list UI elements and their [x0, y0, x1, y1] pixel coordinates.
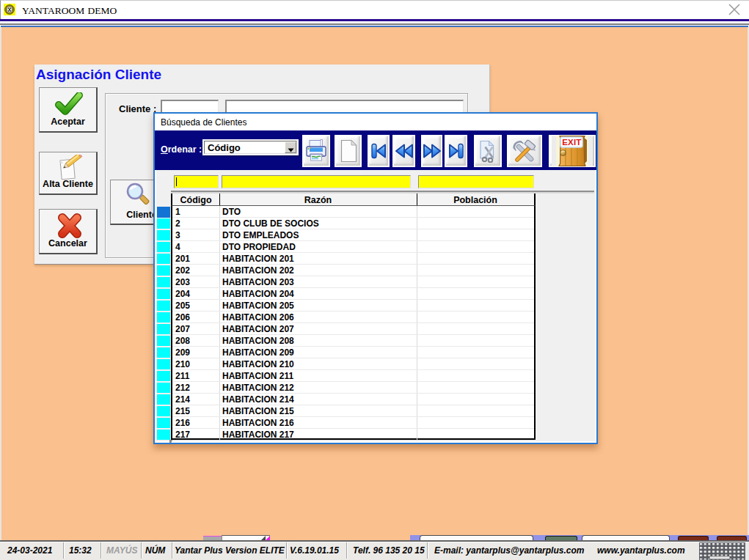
svg-text:EXIT: EXIT — [562, 138, 581, 147]
